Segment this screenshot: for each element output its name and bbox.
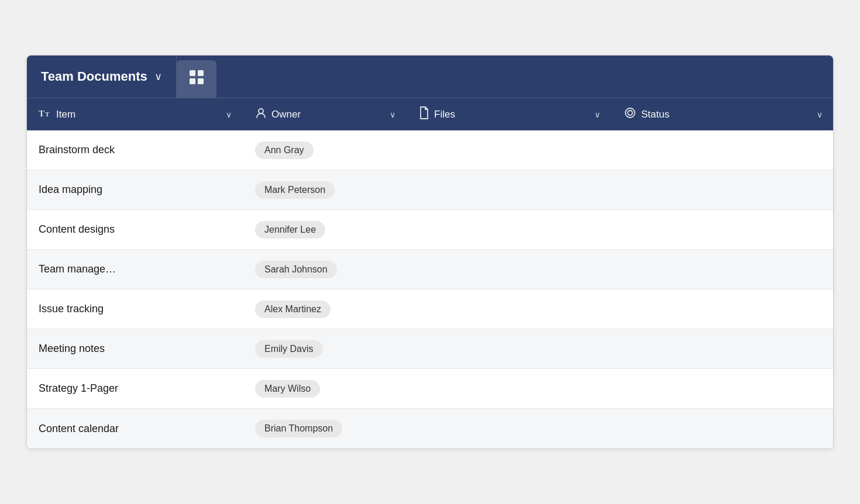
cell-files (407, 369, 612, 408)
cell-owner: Mark Peterson (243, 170, 407, 209)
cell-files (407, 409, 612, 448)
col-header-status-label: Status (641, 109, 669, 120)
table-row[interactable]: Strategy 1-PagerMary Wilso (27, 369, 833, 409)
owner-badge[interactable]: Ann Gray (255, 141, 314, 159)
title-chevron-icon[interactable]: ∨ (154, 70, 162, 83)
item-name: Brainstorm deck (39, 144, 115, 156)
cell-item: Strategy 1-Pager (27, 369, 243, 408)
cell-files (407, 170, 612, 209)
svg-text:T: T (39, 109, 44, 118)
table-title: Team Documents (41, 69, 147, 84)
cell-status (612, 289, 834, 329)
owner-badge[interactable]: Mary Wilso (255, 380, 320, 398)
svg-rect-1 (198, 70, 204, 76)
table-row[interactable]: Content calendarBrian Thompson (27, 409, 833, 448)
cell-owner: Sarah Johnson (243, 250, 407, 289)
table-row[interactable]: Team manage…Sarah Johnson (27, 250, 833, 289)
cell-status (612, 130, 834, 170)
col-header-item[interactable]: T T Item ∨ (27, 98, 243, 130)
cell-item: Team manage… (27, 250, 243, 289)
owner-badge[interactable]: Alex Martinez (255, 301, 331, 318)
cell-files (407, 289, 612, 329)
table-row[interactable]: Content designsJennifer Lee (27, 210, 833, 250)
cell-owner: Ann Gray (243, 130, 407, 170)
owner-badge[interactable]: Sarah Johnson (255, 261, 337, 278)
svg-rect-0 (190, 70, 195, 76)
table-header-bar: Team Documents ∨ (27, 56, 833, 98)
team-documents-table: Team Documents ∨ T T Item (26, 55, 834, 449)
col-header-owner-label: Owner (271, 109, 301, 120)
svg-point-6 (259, 109, 263, 113)
item-name: Content designs (39, 223, 115, 236)
cell-owner: Mary Wilso (243, 369, 407, 408)
col-header-status[interactable]: Status ∨ (612, 98, 834, 130)
svg-point-7 (625, 108, 635, 118)
owner-badge[interactable]: Brian Thompson (255, 420, 342, 437)
grid-icon (188, 69, 205, 89)
cell-status (612, 170, 834, 209)
cell-status (612, 329, 834, 368)
cell-files (407, 329, 612, 368)
table-row[interactable]: Meeting notesEmily Davis (27, 329, 833, 369)
cell-files (407, 130, 612, 170)
item-name: Meeting notes (39, 343, 105, 355)
status-circle-icon (624, 106, 637, 122)
item-name: Content calendar (39, 423, 119, 435)
cell-status (612, 369, 834, 408)
cell-status (612, 210, 834, 249)
svg-point-8 (628, 111, 632, 115)
cell-item: Content calendar (27, 409, 243, 448)
cell-owner: Brian Thompson (243, 409, 407, 448)
owner-badge[interactable]: Emily Davis (255, 340, 323, 358)
svg-rect-3 (198, 78, 204, 84)
cell-item: Issue tracking (27, 289, 243, 329)
item-name: Issue tracking (39, 303, 104, 315)
status-col-chevron-icon: ∨ (817, 110, 823, 119)
cell-files (407, 210, 612, 249)
table-row[interactable]: Issue trackingAlex Martinez (27, 289, 833, 329)
item-type-icon: T T (39, 107, 51, 122)
files-doc-icon (419, 106, 429, 122)
cell-owner: Alex Martinez (243, 289, 407, 329)
grid-view-button[interactable] (177, 60, 216, 98)
cell-item: Meeting notes (27, 329, 243, 368)
item-name: Strategy 1-Pager (39, 382, 118, 395)
col-header-files-label: Files (434, 109, 455, 120)
table-body: Brainstorm deckAnn GrayIdea mappingMark … (27, 130, 833, 448)
col-header-owner[interactable]: Owner ∨ (243, 98, 407, 130)
owner-badge[interactable]: Jennifer Lee (255, 221, 325, 239)
cell-item: Content designs (27, 210, 243, 249)
owner-badge[interactable]: Mark Peterson (255, 181, 335, 199)
table-row[interactable]: Brainstorm deckAnn Gray (27, 130, 833, 170)
column-headers: T T Item ∨ Owner ∨ (27, 98, 833, 130)
col-header-files[interactable]: Files ∨ (407, 98, 612, 130)
svg-text:T: T (45, 111, 50, 118)
cell-owner: Emily Davis (243, 329, 407, 368)
cell-item: Idea mapping (27, 170, 243, 209)
item-name: Idea mapping (39, 184, 102, 196)
owner-person-icon (255, 107, 267, 122)
item-name: Team manage… (39, 263, 116, 275)
cell-status (612, 409, 834, 448)
col-header-item-label: Item (56, 109, 75, 120)
title-section: Team Documents ∨ (27, 56, 177, 98)
table-row[interactable]: Idea mappingMark Peterson (27, 170, 833, 210)
item-col-chevron-icon: ∨ (226, 110, 232, 119)
svg-rect-2 (190, 78, 195, 84)
files-col-chevron-icon: ∨ (594, 110, 600, 119)
cell-files (407, 250, 612, 289)
cell-item: Brainstorm deck (27, 130, 243, 170)
cell-owner: Jennifer Lee (243, 210, 407, 249)
cell-status (612, 250, 834, 289)
owner-col-chevron-icon: ∨ (390, 110, 395, 119)
